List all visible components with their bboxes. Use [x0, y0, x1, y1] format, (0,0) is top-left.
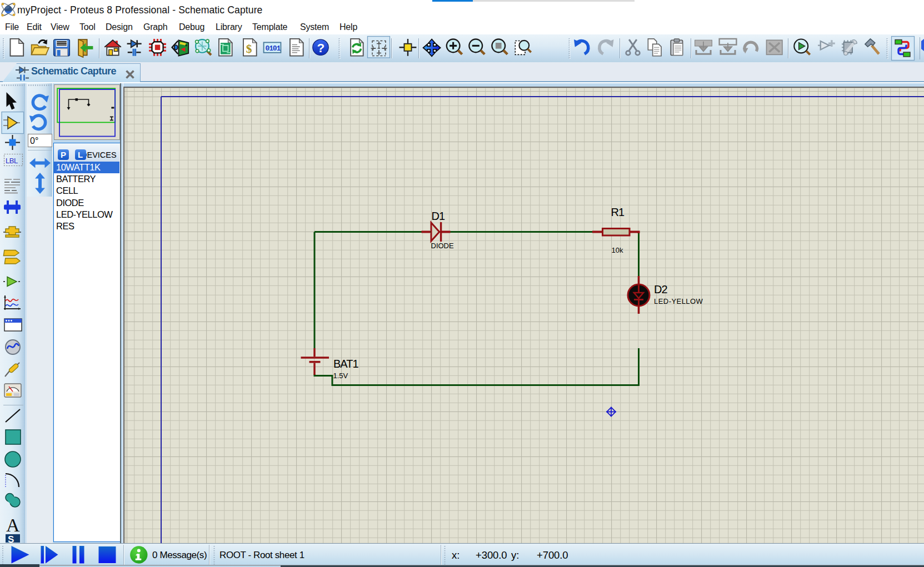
svg-text:1.5V: 1.5V	[333, 372, 348, 380]
svg-text:D2: D2	[654, 283, 667, 295]
svg-text:R1: R1	[611, 206, 625, 218]
svg-text:BAT1: BAT1	[333, 358, 358, 370]
svg-text:?: ?	[317, 41, 324, 55]
svg-text:A: A	[6, 515, 20, 535]
svg-text:LED-YELLOW: LED-YELLOW	[654, 297, 703, 305]
svg-text:0101: 0101	[266, 44, 281, 53]
svg-text:S: S	[8, 534, 14, 543]
svg-text:LBL: LBL	[6, 157, 18, 165]
svg-text:DIODE: DIODE	[431, 242, 454, 250]
svg-text:10k: 10k	[612, 246, 623, 254]
svg-text:0°: 0°	[30, 136, 38, 145]
svg-text:$: $	[246, 42, 252, 56]
svg-text:D1: D1	[432, 210, 445, 222]
